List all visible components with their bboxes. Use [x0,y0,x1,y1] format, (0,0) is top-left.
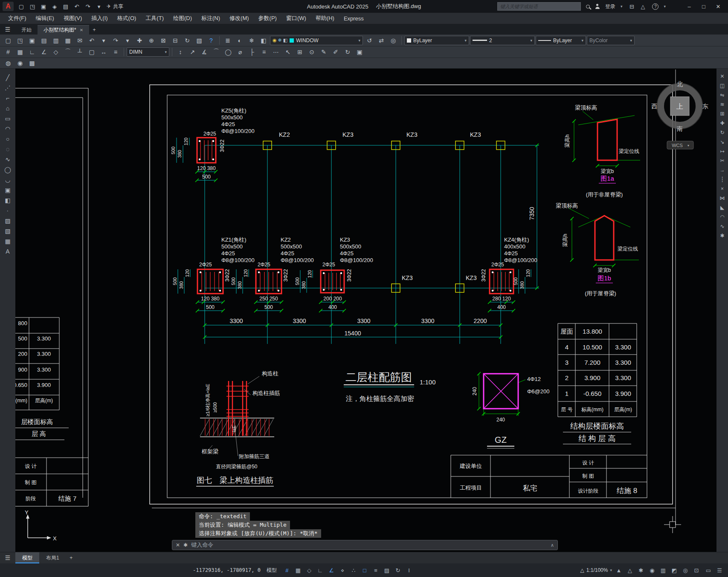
ucs-icon[interactable]: ┴ [74,47,85,57]
annotation-scale-control[interactable]: △ 1:1/100% ▾ [580,567,612,573]
viewcube-north[interactable]: 北 [677,81,683,87]
save-icon[interactable]: ▣ [26,35,38,46]
dim-center-icon[interactable]: ⊙ [306,47,317,57]
command-close-icon[interactable]: ✕ [176,542,180,548]
dim-radius-icon[interactable]: ◯ [223,47,234,57]
cart-icon[interactable]: ⊟ [627,2,636,11]
fig7-detail[interactable]: 构造柱 构造柱插筋 ≥500 ≥1/6柱净高+laE laE 框架梁 附加箍筋三… [196,370,280,486]
zoom-extents-icon[interactable]: ⊠ [158,35,169,46]
menu-item[interactable]: Express [339,13,368,24]
command-customize-icon[interactable]: ✱ [183,542,188,548]
viewcube-east[interactable]: 东 [702,103,708,110]
create-block-icon[interactable]: ◧ [2,196,13,205]
ellipse-arc-icon[interactable]: ◡ [2,175,13,185]
polyline-icon[interactable]: ⌐ [2,93,13,103]
plotstyle-dropdown[interactable]: ByColor ▾ [587,36,635,45]
lineweight-toggle-icon[interactable]: ≡ [371,565,381,575]
grid-toggle-icon[interactable]: # [282,565,292,575]
dim-diameter-icon[interactable]: ⌀ [235,47,246,57]
beam-detail-2[interactable]: 梁顶标高 梁高h 梁定位线 梁宽b 图1b (用于屋脊梁) [556,202,638,297]
menu-item[interactable]: 标注(N) [197,13,225,24]
dim-style-icon[interactable]: ▣ [354,47,365,57]
help-caret-icon[interactable]: ▾ [664,4,666,9]
drawing-canvas[interactable]: 800 500 200 900 0.650 (mm) 3.300 3.300 3… [15,69,716,552]
transparency-toggle-icon[interactable]: ▨ [382,565,392,575]
maximize-button[interactable]: □ [696,0,711,13]
layer-match-icon[interactable]: ⇄ [376,35,387,46]
share-button[interactable]: ✈共享 [107,3,123,10]
isolate-objects-icon[interactable]: ◎ [680,565,690,575]
dim-angular-icon[interactable]: ∡ [199,47,210,57]
model-space[interactable]: 800 500 200 900 0.650 (mm) 3.300 3.300 3… [15,69,716,552]
tab-layout1[interactable]: 布局1 [39,552,66,563]
qat-dropdown-icon[interactable]: ▾ [95,2,103,11]
explode-icon[interactable]: ✱ [718,231,727,240]
viewcube-south[interactable]: 南 [677,125,683,132]
menu-item[interactable]: 参数(P) [254,13,281,24]
plot-preview-icon[interactable]: ▥ [50,35,61,46]
color-dropdown[interactable]: ByLayer ▾ [404,36,469,45]
isodraft-icon[interactable]: ⋄ [337,565,348,575]
list-icon[interactable]: ≡ [110,47,121,57]
infer-constraints-icon[interactable]: ◇ [304,565,314,575]
signin-label[interactable]: 登录 [605,3,615,10]
menu-item[interactable]: 编辑(E) [31,13,59,24]
menu-item[interactable]: 格式(O) [113,13,141,24]
menu-item[interactable]: 绘图(D) [168,13,197,24]
table-icon[interactable]: ▦ [2,237,13,246]
stretch-icon[interactable]: ↦ [718,147,727,156]
materials-icon[interactable]: ▩ [26,58,38,68]
polygon-icon[interactable]: ⌂ [2,104,13,113]
snap-icon[interactable]: # [3,47,14,57]
grid-icon[interactable]: ▦ [15,47,26,57]
customization-icon[interactable]: ☰ [714,565,725,575]
lock-ui-icon[interactable]: ◩ [669,565,679,575]
tab-model[interactable]: 模型 [15,552,39,563]
save-as-icon[interactable]: ◈ [50,2,59,11]
new-file-icon[interactable]: ▢ [17,2,26,11]
point-icon[interactable]: ∙ [2,206,13,215]
undo-icon[interactable]: ↶ [73,2,81,11]
command-input-bar[interactable]: ✕ ✱ 键入命令 ∧ [172,540,558,550]
autoscale-icon[interactable]: △ [625,565,635,575]
wcs-caret-icon[interactable]: ▾ [687,144,689,147]
render-icon[interactable]: ◍ [3,58,14,68]
dim-baseline-icon[interactable]: ≡ [258,47,270,57]
fillet-icon[interactable]: ◠ [718,213,727,221]
undo-list-icon[interactable]: ▾ [98,35,109,46]
dim-arc-icon[interactable]: ⌒ [211,47,222,57]
viewcube-west[interactable]: 西 [651,103,657,110]
chamfer-icon[interactable]: ◣ [718,203,727,212]
snap-toggle-icon[interactable]: ▦ [293,565,303,575]
dim-ordinate-icon[interactable]: ├ [247,47,258,57]
tab-close-icon[interactable]: ✕ [80,28,83,32]
help-icon[interactable]: ? [206,35,217,46]
redo-icon[interactable]: ↷ [110,35,121,46]
plot-icon[interactable]: ▤ [61,2,70,11]
orbit-icon[interactable]: ↻ [182,35,193,46]
redo-list-icon[interactable]: ▾ [122,35,133,46]
osnap-toggle-icon[interactable]: □ [360,565,370,575]
structural-elevation-table[interactable]: 屋面 13.800 4 10.500 3.300 3 7.200 3.300 2… [558,323,637,444]
layer-off-icon[interactable]: ◐ [234,35,245,46]
ellipse-icon[interactable]: ◯ [2,165,13,174]
insert-block-icon[interactable]: ▣ [2,185,13,195]
notification-icon[interactable]: △ [638,2,647,11]
move-icon[interactable]: ✚ [718,119,727,127]
minimize-button[interactable]: – [682,0,696,13]
dim-text-edit-icon[interactable]: ✐ [330,47,341,57]
tab-start[interactable]: 开始 [15,25,38,35]
command-expand-icon[interactable]: ∧ [551,542,554,548]
properties-icon[interactable]: ▧ [194,35,205,46]
mtext-icon[interactable]: A [2,247,13,256]
array-icon[interactable]: ⊞ [718,110,727,118]
annotation-visibility-icon[interactable]: ▲ [614,565,624,575]
open-file-icon[interactable]: ◳ [28,2,37,11]
zoom-previous-icon[interactable]: ⊟ [170,35,181,46]
join-icon[interactable]: ⋈ [718,194,727,202]
dynamic-input-icon[interactable]: I [404,565,414,575]
layout-menu-icon[interactable]: ☰ [0,554,15,561]
left-sheet-elevation-table[interactable]: 800 500 200 900 0.650 (mm) 3.300 3.300 3… [15,317,88,506]
otrack-toggle-icon[interactable]: ∴ [348,565,359,575]
column-grid-markers[interactable] [263,141,505,292]
